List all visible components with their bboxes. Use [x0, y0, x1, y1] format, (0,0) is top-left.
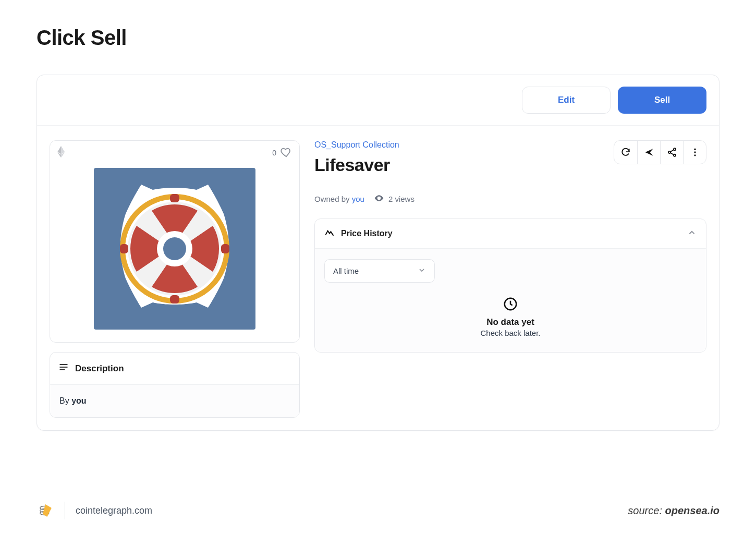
heart-icon[interactable] — [281, 147, 292, 160]
time-range-value: All time — [333, 266, 359, 275]
edit-button[interactable]: Edit — [522, 87, 611, 114]
page-title: Click Sell — [36, 26, 720, 50]
ethereum-icon — [57, 146, 65, 160]
item-title: Lifesaver — [314, 155, 399, 175]
chevron-up-icon — [687, 228, 697, 239]
favorites-count: 0 — [272, 149, 276, 157]
collection-link[interactable]: OS_Support Collection — [314, 140, 399, 150]
price-history-heading: Price History — [341, 229, 393, 238]
send-button[interactable] — [637, 141, 660, 164]
empty-subtitle: Check back later. — [324, 329, 697, 337]
description-icon — [58, 362, 69, 375]
item-toolbar — [614, 140, 706, 164]
activity-icon — [324, 227, 335, 240]
divider — [65, 502, 65, 519]
source-label: source: — [628, 505, 665, 516]
views-count: 2 views — [388, 195, 414, 203]
clock-icon — [503, 296, 518, 312]
description-heading: Description — [75, 363, 124, 374]
chevron-down-icon — [418, 266, 426, 276]
description-by-prefix: By — [59, 396, 71, 405]
description-card: Description By you — [50, 352, 300, 418]
refresh-button[interactable] — [614, 141, 637, 164]
sell-button[interactable]: Sell — [618, 87, 706, 114]
source-value: opensea.io — [665, 505, 720, 516]
cointelegraph-logo-icon — [36, 502, 54, 519]
empty-title: No data yet — [324, 317, 697, 327]
svg-point-15 — [694, 151, 696, 153]
svg-point-14 — [694, 149, 696, 150]
footer-site: cointelegraph.com — [76, 505, 152, 516]
owned-by-link[interactable]: you — [352, 195, 364, 203]
share-button[interactable] — [660, 141, 683, 164]
eye-icon — [374, 193, 384, 205]
svg-rect-8 — [60, 364, 68, 365]
description-header[interactable]: Description — [50, 353, 299, 385]
owned-by-label: Owned by — [314, 195, 352, 203]
svg-rect-5 — [170, 295, 179, 304]
price-history-header[interactable]: Price History — [315, 219, 706, 248]
nft-image — [94, 168, 255, 330]
svg-rect-4 — [170, 194, 179, 202]
listing-card: Edit Sell 0 — [36, 75, 720, 431]
svg-point-3 — [163, 237, 186, 260]
svg-rect-9 — [60, 367, 68, 368]
attribution-footer: cointelegraph.com source: opensea.io — [36, 502, 720, 519]
media-card: 0 — [50, 140, 300, 343]
svg-point-16 — [694, 154, 696, 156]
description-by-who: you — [71, 396, 86, 405]
price-history-panel: Price History All time — [314, 219, 706, 353]
svg-rect-7 — [221, 244, 229, 253]
action-bar: Edit Sell — [37, 75, 719, 126]
svg-rect-6 — [120, 244, 128, 253]
time-range-select[interactable]: All time — [324, 259, 435, 283]
more-button[interactable] — [683, 141, 706, 164]
svg-rect-10 — [60, 369, 65, 370]
